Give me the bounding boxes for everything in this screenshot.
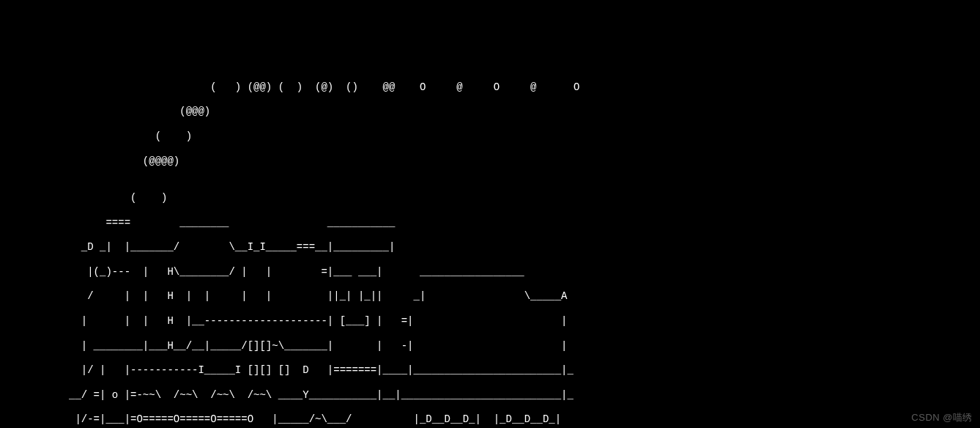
ascii-art-line: |(_)--- | H\________/ | | =|___ ___| ___… xyxy=(7,266,973,278)
ascii-art-line: _D _| |_______/ \__I_I_____===__|_______… xyxy=(7,241,973,254)
watermark-text: CSDN @喵绣 xyxy=(911,412,973,424)
ascii-art-line: |/-=|___|=O=====O=====O=====O |_____/~\_… xyxy=(7,413,973,426)
ascii-art-line: ==== ________ ___________ xyxy=(7,217,973,229)
ascii-art-line: ( ) xyxy=(7,192,973,204)
ascii-art-line: ( ) (@@) ( ) (@) () @@ O @ O @ O xyxy=(7,81,973,94)
ascii-art-line: (@@@@) xyxy=(7,155,973,168)
ascii-art-line: (@@@) xyxy=(7,106,973,118)
terminal-output: ( ) (@@) ( ) (@) () @@ O @ O @ O (@@@) (… xyxy=(0,0,980,428)
ascii-art-line: __/ =| o |=-~~\ /~~\ /~~\ /~~\ ____Y____… xyxy=(7,389,973,402)
ascii-art-line: / | | H | | | | ||_| |_|| _| \_____A xyxy=(7,290,973,303)
ascii-art-line: ( ) xyxy=(7,130,973,143)
ascii-art-line: |/ | |-----------I_____I [][] [] D |====… xyxy=(7,364,973,377)
ascii-art-line: | | | H |__--------------------| [___] |… xyxy=(7,315,973,328)
ascii-art-line: | ________|___H__/__|_____/[][]~\_______… xyxy=(7,340,973,353)
